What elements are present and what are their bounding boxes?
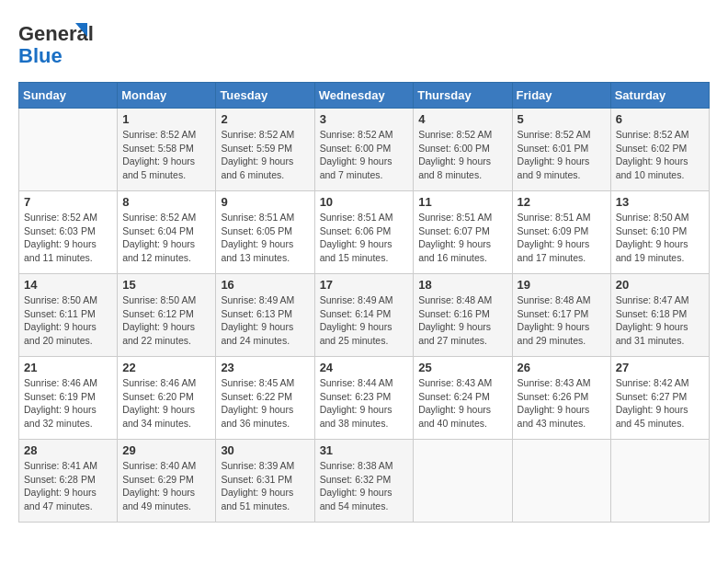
calendar-cell: 4Sunrise: 8:52 AM Sunset: 6:00 PM Daylig… [414, 109, 512, 191]
calendar-cell: 1Sunrise: 8:52 AM Sunset: 5:58 PM Daylig… [118, 109, 216, 191]
calendar-cell [19, 109, 118, 191]
calendar-cell: 29Sunrise: 8:40 AM Sunset: 6:29 PM Dayli… [118, 440, 216, 523]
calendar-cell: 2Sunrise: 8:52 AM Sunset: 5:59 PM Daylig… [216, 109, 314, 191]
day-info: Sunrise: 8:39 AM Sunset: 6:31 PM Dayligh… [221, 459, 309, 513]
day-number: 18 [418, 278, 506, 292]
calendar-cell: 6Sunrise: 8:52 AM Sunset: 6:02 PM Daylig… [610, 109, 709, 191]
day-info: Sunrise: 8:52 AM Sunset: 6:02 PM Dayligh… [616, 128, 704, 182]
day-number: 25 [418, 361, 506, 374]
day-number: 27 [616, 361, 704, 374]
day-info: Sunrise: 8:50 AM Sunset: 6:10 PM Dayligh… [616, 211, 704, 265]
calendar-cell: 12Sunrise: 8:51 AM Sunset: 6:09 PM Dayli… [512, 191, 610, 274]
calendar-cell: 5Sunrise: 8:52 AM Sunset: 6:01 PM Daylig… [512, 109, 610, 191]
day-info: Sunrise: 8:52 AM Sunset: 6:04 PM Dayligh… [122, 211, 210, 265]
day-info: Sunrise: 8:40 AM Sunset: 6:29 PM Dayligh… [122, 459, 210, 513]
day-number: 23 [221, 361, 309, 374]
calendar-header-tuesday: Tuesday [216, 83, 314, 109]
calendar-cell: 18Sunrise: 8:48 AM Sunset: 6:16 PM Dayli… [414, 274, 512, 357]
day-number: 12 [518, 195, 606, 209]
day-info: Sunrise: 8:52 AM Sunset: 6:00 PM Dayligh… [320, 128, 409, 182]
day-info: Sunrise: 8:49 AM Sunset: 6:14 PM Dayligh… [320, 293, 409, 348]
logo-svg: General Blue [18, 18, 101, 69]
calendar-cell: 16Sunrise: 8:49 AM Sunset: 6:13 PM Dayli… [216, 274, 314, 357]
day-number: 15 [122, 278, 210, 292]
calendar-cell: 19Sunrise: 8:48 AM Sunset: 6:17 PM Dayli… [512, 274, 610, 357]
day-number: 7 [24, 195, 112, 209]
day-info: Sunrise: 8:48 AM Sunset: 6:16 PM Dayligh… [418, 293, 506, 348]
calendar-header-sunday: Sunday [19, 83, 118, 109]
day-number: 13 [616, 195, 704, 209]
day-number: 1 [122, 112, 210, 126]
calendar-cell: 31Sunrise: 8:38 AM Sunset: 6:32 PM Dayli… [314, 440, 414, 523]
calendar-cell: 30Sunrise: 8:39 AM Sunset: 6:31 PM Dayli… [216, 440, 314, 523]
day-info: Sunrise: 8:52 AM Sunset: 5:59 PM Dayligh… [221, 128, 309, 182]
day-number: 26 [518, 361, 606, 374]
calendar-cell: 8Sunrise: 8:52 AM Sunset: 6:04 PM Daylig… [118, 191, 216, 274]
calendar-week-row: 14Sunrise: 8:50 AM Sunset: 6:11 PM Dayli… [19, 274, 710, 357]
day-number: 22 [122, 361, 210, 374]
calendar-cell: 13Sunrise: 8:50 AM Sunset: 6:10 PM Dayli… [610, 191, 709, 274]
calendar-cell: 24Sunrise: 8:44 AM Sunset: 6:23 PM Dayli… [314, 357, 414, 440]
day-number: 17 [320, 278, 409, 292]
day-number: 8 [122, 195, 210, 209]
calendar-week-row: 28Sunrise: 8:41 AM Sunset: 6:28 PM Dayli… [19, 440, 710, 523]
day-info: Sunrise: 8:41 AM Sunset: 6:28 PM Dayligh… [24, 459, 112, 513]
day-info: Sunrise: 8:44 AM Sunset: 6:23 PM Dayligh… [320, 376, 409, 431]
day-info: Sunrise: 8:46 AM Sunset: 6:20 PM Dayligh… [122, 376, 210, 431]
calendar-week-row: 21Sunrise: 8:46 AM Sunset: 6:19 PM Dayli… [19, 357, 710, 440]
day-number: 16 [221, 278, 309, 292]
calendar-cell: 21Sunrise: 8:46 AM Sunset: 6:19 PM Dayli… [19, 357, 118, 440]
day-number: 10 [320, 195, 409, 209]
day-number: 9 [221, 195, 309, 209]
day-info: Sunrise: 8:42 AM Sunset: 6:27 PM Dayligh… [616, 376, 704, 431]
calendar-cell [512, 440, 610, 523]
calendar-table: SundayMondayTuesdayWednesdayThursdayFrid… [18, 82, 710, 523]
calendar-cell: 22Sunrise: 8:46 AM Sunset: 6:20 PM Dayli… [118, 357, 216, 440]
calendar-cell: 15Sunrise: 8:50 AM Sunset: 6:12 PM Dayli… [118, 274, 216, 357]
calendar-cell: 7Sunrise: 8:52 AM Sunset: 6:03 PM Daylig… [19, 191, 118, 274]
calendar-cell: 26Sunrise: 8:43 AM Sunset: 6:26 PM Dayli… [512, 357, 610, 440]
day-info: Sunrise: 8:50 AM Sunset: 6:12 PM Dayligh… [122, 293, 210, 348]
calendar-header-wednesday: Wednesday [314, 83, 414, 109]
day-info: Sunrise: 8:45 AM Sunset: 6:22 PM Dayligh… [221, 376, 309, 431]
day-info: Sunrise: 8:50 AM Sunset: 6:11 PM Dayligh… [24, 293, 112, 348]
day-info: Sunrise: 8:47 AM Sunset: 6:18 PM Dayligh… [616, 293, 704, 348]
day-info: Sunrise: 8:52 AM Sunset: 6:03 PM Dayligh… [24, 211, 112, 265]
calendar-cell: 10Sunrise: 8:51 AM Sunset: 6:06 PM Dayli… [314, 191, 414, 274]
day-info: Sunrise: 8:51 AM Sunset: 6:09 PM Dayligh… [518, 211, 606, 265]
day-info: Sunrise: 8:52 AM Sunset: 5:58 PM Dayligh… [122, 128, 210, 182]
day-info: Sunrise: 8:46 AM Sunset: 6:19 PM Dayligh… [24, 376, 112, 431]
calendar-cell: 20Sunrise: 8:47 AM Sunset: 6:18 PM Dayli… [610, 274, 709, 357]
calendar-header-saturday: Saturday [610, 83, 709, 109]
calendar-cell: 28Sunrise: 8:41 AM Sunset: 6:28 PM Dayli… [19, 440, 118, 523]
day-info: Sunrise: 8:43 AM Sunset: 6:26 PM Dayligh… [518, 376, 606, 431]
day-info: Sunrise: 8:51 AM Sunset: 6:07 PM Dayligh… [418, 211, 506, 265]
calendar-week-row: 7Sunrise: 8:52 AM Sunset: 6:03 PM Daylig… [19, 191, 710, 274]
day-number: 4 [418, 112, 506, 126]
day-number: 6 [616, 112, 704, 126]
day-info: Sunrise: 8:48 AM Sunset: 6:17 PM Dayligh… [518, 293, 606, 348]
page-header: General Blue [18, 18, 710, 73]
day-info: Sunrise: 8:51 AM Sunset: 6:06 PM Dayligh… [320, 211, 409, 265]
day-number: 30 [221, 443, 309, 457]
calendar-cell: 25Sunrise: 8:43 AM Sunset: 6:24 PM Dayli… [414, 357, 512, 440]
day-info: Sunrise: 8:43 AM Sunset: 6:24 PM Dayligh… [418, 376, 506, 431]
calendar-cell: 11Sunrise: 8:51 AM Sunset: 6:07 PM Dayli… [414, 191, 512, 274]
svg-text:Blue: Blue [18, 44, 63, 67]
calendar-cell: 3Sunrise: 8:52 AM Sunset: 6:00 PM Daylig… [314, 109, 414, 191]
day-number: 24 [320, 361, 409, 374]
calendar-header-friday: Friday [512, 83, 610, 109]
calendar-cell: 23Sunrise: 8:45 AM Sunset: 6:22 PM Dayli… [216, 357, 314, 440]
calendar-cell: 27Sunrise: 8:42 AM Sunset: 6:27 PM Dayli… [610, 357, 709, 440]
day-info: Sunrise: 8:38 AM Sunset: 6:32 PM Dayligh… [320, 459, 409, 513]
calendar-cell [610, 440, 709, 523]
calendar-cell: 17Sunrise: 8:49 AM Sunset: 6:14 PM Dayli… [314, 274, 414, 357]
day-number: 29 [122, 443, 210, 457]
day-number: 11 [418, 195, 506, 209]
calendar-header-monday: Monday [118, 83, 216, 109]
calendar-cell: 9Sunrise: 8:51 AM Sunset: 6:05 PM Daylig… [216, 191, 314, 274]
day-number: 20 [616, 278, 704, 292]
day-info: Sunrise: 8:51 AM Sunset: 6:05 PM Dayligh… [221, 211, 309, 265]
day-number: 31 [320, 443, 409, 457]
calendar-header-row: SundayMondayTuesdayWednesdayThursdayFrid… [19, 83, 710, 109]
